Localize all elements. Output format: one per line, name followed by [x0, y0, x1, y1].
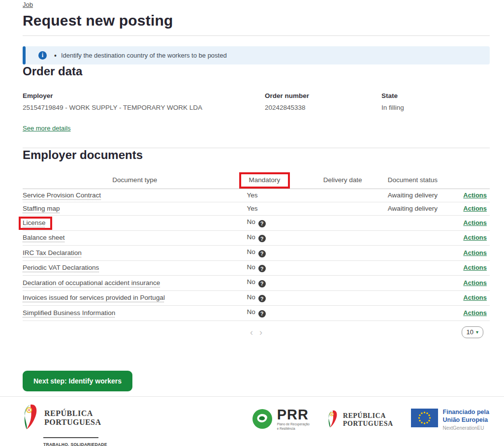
table-row: Balance sheet No? Actions	[23, 230, 490, 246]
mandatory-value: Yes	[247, 205, 258, 212]
actions-link[interactable]: Actions	[463, 279, 487, 287]
document-link[interactable]: Service Provision Contract	[23, 191, 101, 199]
help-icon[interactable]: ?	[258, 235, 266, 242]
delivery-date-cell	[312, 306, 373, 321]
gov-logo-block: REPÚBLICA PORTUGUESA TRABALHO, SOLIDARIE…	[23, 403, 107, 446]
chevron-down-icon: ▾	[476, 329, 478, 335]
mandatory-value: No	[247, 248, 255, 255]
status-value	[373, 290, 452, 306]
order-data-heading: Order data	[23, 64, 490, 78]
footer: REPÚBLICA PORTUGUESA TRABALHO, SOLIDARIE…	[0, 397, 504, 446]
breadcrumb-job-link[interactable]: Job	[23, 1, 33, 8]
status-value	[373, 276, 452, 291]
portugal-coat-of-arms-icon	[23, 403, 38, 433]
mandatory-value: No	[247, 293, 255, 301]
pager-arrows: ‹ ›	[23, 328, 490, 337]
order-number-label: Order number	[265, 92, 381, 99]
document-link[interactable]: License	[23, 219, 46, 226]
eu-funding-logo: Financiado pela União Europeia NextGener…	[411, 409, 489, 430]
delivery-date-cell	[312, 246, 373, 261]
gov-logo-divider	[43, 437, 98, 438]
table-row: IRC Tax Declaration No? Actions	[23, 246, 490, 261]
document-link[interactable]: Declaration of occupational accident ins…	[23, 279, 160, 287]
pagination: ‹ › 10 ▾	[23, 326, 490, 342]
delivery-date-cell	[312, 276, 373, 291]
status-value	[373, 216, 452, 231]
order-data-fields: Employer 25154719849 - WORK SUPPLY - TEM…	[23, 92, 490, 111]
status-value	[373, 260, 452, 276]
table-header-row: Document type Mandatory Delivery date Do…	[23, 173, 490, 189]
status-value	[373, 246, 452, 261]
table-row: Invoices issued for services provided in…	[23, 290, 490, 306]
actions-link[interactable]: Actions	[463, 264, 487, 271]
table-row: Service Provision Contract Yes Awaiting …	[23, 189, 490, 202]
state-value: In filling	[381, 104, 490, 111]
see-more-details-link[interactable]: See more details	[23, 125, 71, 132]
page-size-dropdown[interactable]: 10 ▾	[462, 326, 484, 338]
gov-department-label: TRABALHO, SOLIDARIEDADE E SEGURANÇA SOCI…	[43, 442, 107, 446]
order-number-field: Order number 20242845338	[265, 92, 381, 111]
prr-wordmark: PRR	[277, 409, 310, 421]
next-step-button[interactable]: Next step: Identify workers	[23, 371, 132, 391]
help-icon[interactable]: ?	[258, 295, 266, 302]
help-icon[interactable]: ?	[258, 220, 266, 227]
main-content: Job Request new posting i • Identify the…	[0, 0, 504, 391]
document-link[interactable]: Simplified Business Information	[23, 309, 115, 317]
column-header-mandatory: Mandatory	[247, 173, 313, 189]
status-value	[373, 230, 452, 246]
table-row: Declaration of occupational accident ins…	[23, 276, 490, 291]
table-row: License No? Actions	[23, 216, 490, 231]
column-header-delivery-date: Delivery date	[312, 173, 373, 189]
document-link[interactable]: Staffing map	[23, 205, 60, 212]
order-number-value: 20242845338	[265, 104, 381, 111]
status-value	[373, 306, 452, 321]
employer-documents-heading: Employer documents	[23, 148, 490, 162]
info-banner: i • Identify the destination country of …	[23, 46, 490, 64]
document-link[interactable]: IRC Tax Declaration	[23, 249, 82, 256]
state-label: State	[381, 92, 490, 99]
mandatory-value: Yes	[247, 191, 258, 199]
employer-field: Employer 25154719849 - WORK SUPPLY - TEM…	[23, 92, 265, 111]
portugal-coat-of-arms-icon	[327, 409, 338, 431]
eu-program-label: NextGenerationEU	[443, 425, 489, 431]
delivery-date-cell	[312, 189, 373, 202]
table-row: Periodic VAT Declarations No? Actions	[23, 260, 490, 276]
actions-link[interactable]: Actions	[463, 294, 487, 301]
help-icon[interactable]: ?	[258, 265, 266, 272]
actions-link[interactable]: Actions	[463, 219, 487, 226]
prr-subtitle: Plano de Recuperação e Resiliência	[277, 422, 310, 431]
delivery-date-cell	[312, 230, 373, 246]
help-icon[interactable]: ?	[258, 280, 266, 287]
status-value: Awaiting delivery	[373, 202, 452, 216]
delivery-date-cell	[312, 202, 373, 216]
footer-partner-logos: PRR Plano de Recuperação e Resiliência R…	[252, 403, 489, 432]
actions-link[interactable]: Actions	[463, 234, 487, 241]
red-highlight-box-license: License	[19, 217, 52, 230]
actions-link[interactable]: Actions	[463, 191, 487, 199]
help-icon[interactable]: ?	[258, 250, 266, 257]
help-icon[interactable]: ?	[258, 310, 266, 318]
employer-label: Employer	[23, 92, 265, 99]
eu-flag-icon	[411, 409, 438, 429]
actions-link[interactable]: Actions	[463, 205, 487, 212]
actions-link[interactable]: Actions	[463, 249, 487, 256]
mandatory-value: No	[247, 308, 255, 316]
next-page-icon[interactable]: ›	[259, 328, 262, 337]
employer-value: 25154719849 - WORK SUPPLY - TEMPORARY WO…	[23, 104, 265, 111]
column-header-document-status: Document status	[373, 173, 452, 189]
delivery-date-cell	[312, 216, 373, 231]
document-link[interactable]: Invoices issued for services provided in…	[23, 294, 165, 301]
document-link[interactable]: Periodic VAT Declarations	[23, 264, 99, 271]
republica-portuguesa-logo: REPÚBLICA PORTUGUESA	[327, 409, 393, 431]
document-link[interactable]: Balance sheet	[23, 234, 65, 241]
status-value: Awaiting delivery	[373, 189, 452, 202]
info-banner-accent-bar	[23, 46, 26, 64]
delivery-date-cell	[312, 290, 373, 306]
actions-link[interactable]: Actions	[463, 309, 487, 317]
republica-wordmark: REPÚBLICA PORTUGUESA	[343, 412, 393, 427]
info-icon: i	[38, 51, 47, 60]
column-header-document-type: Document type	[23, 173, 247, 189]
info-banner-text: Identify the destination country of the …	[61, 52, 227, 59]
previous-page-icon[interactable]: ‹	[250, 328, 253, 337]
page-title: Request new posting	[23, 12, 490, 29]
